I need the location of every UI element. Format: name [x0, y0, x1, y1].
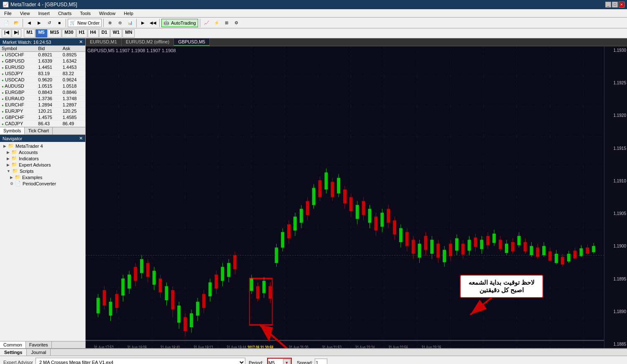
- new-btn[interactable]: 📄: [2, 18, 11, 28]
- settings-tabs: Settings Journal: [0, 349, 627, 356]
- forward-btn[interactable]: ▶: [35, 18, 44, 28]
- market-row[interactable]: ● EURUSD 1.4451 1.4453: [0, 64, 85, 71]
- market-bid: 1.4575: [36, 114, 61, 121]
- menu-view[interactable]: View: [18, 10, 33, 17]
- play-btn[interactable]: ▶: [138, 18, 148, 28]
- main-toolbar: 📄 📂 ◀ ▶ ↺ ■ 🛒 New Order ⊕ ⊖ 📊 ▶ ◀◀ 🤖 Aut…: [0, 18, 627, 28]
- nav-item-indicators[interactable]: ▶📁Indicators: [0, 155, 85, 162]
- market-row[interactable]: ● EURGBP 0.8843 0.8846: [0, 89, 85, 96]
- nav-item-expert-advisors[interactable]: ▶📁Expert Advisors: [0, 162, 85, 168]
- chart-tab-eurusd-m1[interactable]: EURUSD,M1: [86, 38, 122, 46]
- chart-type-btn[interactable]: 📈: [202, 18, 211, 28]
- svg-rect-142: [530, 246, 533, 255]
- market-symbol: ● EURGBP: [0, 89, 36, 96]
- tf-w1[interactable]: W1: [110, 29, 122, 38]
- tf-d1[interactable]: D1: [99, 29, 110, 38]
- nav-arrow-icon: ▶: [7, 163, 10, 167]
- svg-text:31 Aug 19:44: 31 Aug 19:44: [227, 344, 246, 348]
- back2-btn[interactable]: ◀◀: [148, 18, 158, 28]
- menu-insert[interactable]: Insert: [36, 10, 52, 17]
- refresh-btn[interactable]: ↺: [45, 18, 54, 28]
- tf-arrow-left[interactable]: |◀: [2, 29, 11, 38]
- tab-common[interactable]: Common: [0, 341, 26, 348]
- svg-rect-66: [293, 217, 297, 230]
- menu-file[interactable]: File: [2, 10, 14, 17]
- nav-item-periodconverter[interactable]: ⚙📄PeriodConverter: [0, 180, 85, 187]
- svg-rect-33: [184, 317, 187, 331]
- nav-item-accounts[interactable]: ▶📁Accounts: [0, 149, 85, 155]
- minimize-button[interactable]: _: [605, 2, 611, 8]
- menu-window[interactable]: Window: [97, 10, 118, 17]
- svg-rect-92: [374, 217, 377, 230]
- tab-favorites[interactable]: Favorites: [26, 341, 52, 348]
- tf-arrow-right[interactable]: ▶|: [12, 29, 21, 38]
- market-watch-close[interactable]: ✕: [79, 39, 83, 45]
- market-row[interactable]: ● EURCHF 1.2894 1.2897: [0, 102, 85, 108]
- nav-item-examples[interactable]: ▶📁Examples: [0, 174, 85, 180]
- svg-text:31 Aug 17:52: 31 Aug 17:52: [94, 344, 114, 348]
- menu-help[interactable]: Help: [121, 10, 136, 17]
- svg-rect-72: [312, 188, 316, 205]
- tab-journal[interactable]: Journal: [27, 349, 51, 356]
- market-watch-header: Market Watch: 16:24:53 ✕: [0, 38, 85, 46]
- tab-settings[interactable]: Settings: [0, 349, 27, 356]
- period-input[interactable]: [268, 359, 283, 364]
- settings-btn[interactable]: ⚙: [232, 18, 241, 28]
- tf-m1[interactable]: M1: [24, 29, 35, 38]
- period-btn[interactable]: ▼: [283, 359, 291, 364]
- ea-select[interactable]: 2 MA Crosses Mega filter EA V1.ex4: [36, 358, 245, 364]
- market-row[interactable]: ● GBPUSD 1.6339 1.6342: [0, 58, 85, 64]
- market-row[interactable]: ● AUDUSD 1.0515 1.0518: [0, 83, 85, 89]
- dot-icon: ●: [2, 91, 4, 95]
- navigator-close[interactable]: ✕: [79, 136, 83, 141]
- zoom-in-btn[interactable]: ⊕: [105, 18, 115, 28]
- svg-rect-13: [121, 278, 125, 296]
- chart-tab-gbpusd-m5[interactable]: GBPUSD,M5: [174, 38, 210, 46]
- tf-m5[interactable]: M5: [36, 29, 47, 38]
- back-btn[interactable]: ◀: [25, 18, 34, 28]
- svg-rect-35: [190, 313, 193, 327]
- tab-symbols[interactable]: Symbols: [0, 127, 25, 134]
- tf-h4[interactable]: H4: [88, 29, 99, 38]
- chart-line-btn[interactable]: 📊: [125, 18, 135, 28]
- nav-item-metatrader-4[interactable]: ▶📁MetaTrader 4: [0, 143, 85, 149]
- menu-tools[interactable]: Tools: [77, 10, 93, 17]
- spread-input[interactable]: [315, 359, 327, 364]
- svg-rect-37: [196, 302, 199, 316]
- market-row[interactable]: ● USDCAD 0.9620 0.9624: [0, 77, 85, 83]
- period-sep-btn[interactable]: ⊞: [222, 18, 231, 28]
- stop-btn[interactable]: ■: [55, 18, 64, 28]
- dot-icon: ●: [2, 72, 4, 76]
- tf-m15[interactable]: M15: [48, 29, 61, 38]
- close-button[interactable]: ✕: [619, 2, 624, 8]
- market-row[interactable]: ● EURJPY 120.21 120.25: [0, 108, 85, 114]
- svg-rect-146: [542, 246, 545, 255]
- market-row[interactable]: ● USDCHF 0.8921 0.8925: [0, 52, 85, 58]
- market-row[interactable]: ● GBPCHF 1.4575 1.4585: [0, 114, 85, 121]
- market-row[interactable]: ● CADJPY 86.43 86.49: [0, 121, 85, 127]
- zoom-out-btn[interactable]: ⊖: [115, 18, 125, 28]
- indicator-btn[interactable]: ⚡: [212, 18, 221, 28]
- title-bar-text: MetaTrader 4 - [GBPUSD,M5]: [10, 2, 77, 8]
- folder-icon: 📁: [12, 168, 18, 174]
- title-bar-controls[interactable]: _ □ ✕: [605, 2, 624, 8]
- market-row[interactable]: ● EURAUD 1.3736 1.3748: [0, 96, 85, 102]
- tf-mn[interactable]: MN: [122, 29, 135, 38]
- tf-h1[interactable]: H1: [76, 29, 87, 38]
- tf-m30[interactable]: M30: [62, 29, 76, 38]
- svg-rect-54: [256, 286, 260, 299]
- dot-icon: ●: [2, 104, 4, 107]
- menu-charts[interactable]: Charts: [56, 10, 74, 17]
- tab-tick-chart[interactable]: Tick Chart: [25, 127, 53, 134]
- svg-text:31 Aug 18:40: 31 Aug 18:40: [161, 344, 180, 348]
- folder-icon: 📁: [15, 174, 20, 180]
- new-order-btn[interactable]: 🛒 New Order: [68, 19, 102, 27]
- nav-item-scripts[interactable]: ▼📁Scripts: [0, 168, 85, 174]
- chart-tab-eurusd-m2[interactable]: EURUSD,M2 (offline): [122, 38, 174, 46]
- svg-rect-49: [233, 255, 237, 269]
- market-row[interactable]: ● USDJPY 83.19 83.22: [0, 71, 85, 77]
- period-combo: ▼: [267, 358, 292, 364]
- maximize-button[interactable]: □: [612, 2, 618, 8]
- open-btn[interactable]: 📂: [12, 18, 21, 28]
- autotrading-btn[interactable]: 🤖 AutoTrading: [161, 19, 198, 27]
